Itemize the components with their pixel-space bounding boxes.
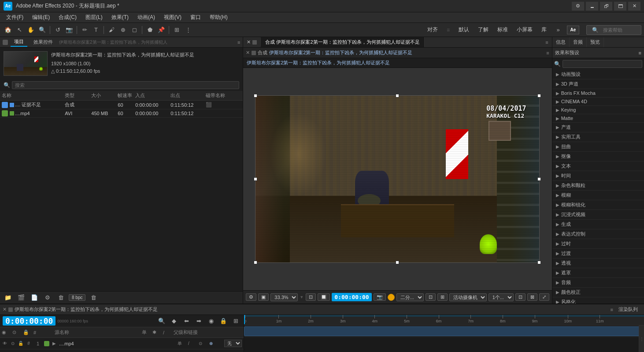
tab-project[interactable]: 项目 [11, 37, 27, 47]
layer-vis-icon[interactable]: 👁 [2, 341, 8, 347]
effect-cat-keying2[interactable]: ▶ 抠像 [552, 152, 644, 161]
effect-cat-anim-presets[interactable]: ▶ 动画预设 [552, 70, 644, 79]
effect-cat-noise[interactable]: ▶ 杂色和颗粒 [552, 181, 644, 191]
count-select[interactable]: 1个... [489, 293, 514, 301]
tab-audio[interactable]: 音频 [570, 37, 587, 47]
effect-cat-distort[interactable]: ▶ 扭曲 [552, 142, 644, 152]
effect-cat-mask[interactable]: ▶ 遮罩 [552, 268, 644, 278]
new-folder-btn[interactable]: 📁 [3, 292, 13, 303]
menu-help[interactable]: 帮助(H) [205, 13, 232, 22]
tl-timecode[interactable]: 0:00:00:00 [3, 316, 56, 326]
effect-cat-blur[interactable]: ▶ 模糊和锐化 [552, 200, 644, 210]
eraser-btn[interactable]: ◻ [129, 25, 140, 35]
preview-thumbnail[interactable] [4, 51, 48, 76]
tl-prev-btn[interactable]: ⬅ [181, 316, 192, 326]
layer-expand-icon[interactable]: ▶ [51, 341, 57, 347]
brush-btn[interactable]: 🖌 [106, 25, 117, 35]
tl-next-btn[interactable]: ➡ [193, 316, 204, 326]
table-row[interactable]: .... 证据不足 合成 60 0:00:00:00 0:11:50:12 ⬛ [0, 101, 243, 109]
tl-menu-icon[interactable]: ≡ [611, 307, 613, 312]
viewer-more-btn[interactable]: ⊡ [515, 293, 526, 301]
menu-edit[interactable]: 编辑(E) [28, 13, 54, 22]
effect-cat-obsolete[interactable]: ▶ 过时 [552, 239, 644, 249]
layer-lock-icon[interactable]: 🔓 [18, 341, 24, 347]
maximize-btn[interactable]: 🗖 [614, 2, 626, 11]
effect-cat-expression[interactable]: ▶ 表达式控制 [552, 229, 644, 239]
ws-learn[interactable]: 了解 [475, 25, 491, 34]
menu-layer[interactable]: 图层(L) [81, 13, 107, 22]
ws-align[interactable]: 对齐 [425, 25, 440, 34]
ws-standard[interactable]: 标准 [495, 25, 511, 34]
effect-cat-matte[interactable]: ▶ Matte [552, 114, 644, 123]
snapshot-btn[interactable]: 📷 [374, 293, 386, 301]
tl-resize-handle[interactable]: ⋮ [639, 326, 644, 352]
extra2-btn[interactable]: ⋮ [183, 25, 193, 35]
effect-cat-boris[interactable]: ▶ Boris FX Mocha [552, 89, 644, 97]
minimize-btn[interactable]: 🗕 [586, 2, 598, 11]
menu-window[interactable]: 窗口 [186, 13, 205, 22]
tl-close-icon[interactable]: ✕ [3, 307, 7, 312]
new-item-btn[interactable]: 📄 [29, 292, 40, 303]
layer-switch[interactable]: / [188, 341, 197, 346]
effect-cat-audio2[interactable]: ▶ 音频 [552, 278, 644, 288]
handle-mr[interactable] [537, 177, 541, 181]
viewer-canvas[interactable]: 08/04/2017 KARAKOL C12 [255, 95, 540, 263]
effect-cat-generate[interactable]: ▶ 生成 [552, 220, 644, 229]
view-mode-select[interactable]: 二分... [396, 293, 424, 301]
tab-effects-ctrl[interactable]: 效果控件 [30, 38, 56, 46]
trash-btn[interactable]: 🗑 [88, 292, 99, 303]
close-icon-comp[interactable]: ✕ [247, 39, 251, 45]
pin-btn[interactable]: 📌 [156, 25, 167, 35]
preview-settings-btn[interactable]: ⚙ [246, 293, 256, 301]
shape-btn[interactable]: ⬟ [144, 25, 155, 35]
tl-expand-btn[interactable]: ⊞ [230, 316, 241, 326]
comp-header-x[interactable]: ✕ [246, 50, 250, 56]
project-search-input[interactable] [12, 81, 239, 89]
delete-btn[interactable]: 🗑 [56, 292, 66, 303]
effect-cat-color[interactable]: ▶ 颜色校正 [552, 288, 644, 297]
tl-keyframe-btn[interactable]: ◆ [169, 316, 179, 326]
handle-tr[interactable] [537, 94, 541, 97]
extra-btn[interactable]: ⊞ [171, 25, 182, 35]
home-btn[interactable]: 🏠 [3, 25, 13, 35]
tl-search-btn[interactable]: 🔍 [156, 316, 167, 326]
layer-shy-icon[interactable]: # [26, 341, 32, 347]
menu-file[interactable]: 文件(F) [2, 13, 28, 22]
camera-btn[interactable]: 📷 [64, 25, 74, 35]
close-btn[interactable]: ✕ [628, 2, 640, 11]
fullscreen-btn[interactable]: ⤢ [539, 293, 549, 301]
comp-viewer-tab[interactable]: 合成 伊斯坦布尔探案2第一期：监控拍下凶杀，为何抓捕犯人却证据不足 [261, 37, 424, 47]
tape-icon[interactable]: ⬛ [206, 102, 212, 107]
viewer-more2-btn[interactable]: ⊠ [527, 293, 537, 301]
effect-cat-3d[interactable]: ▶ 3D 声道 [552, 79, 644, 89]
zoom-select[interactable]: 33.3% [270, 293, 298, 301]
effect-cat-keying[interactable]: ▶ Keying [552, 106, 644, 114]
viewer-toggle-btn[interactable]: ▣ [258, 293, 269, 301]
menu-anim[interactable]: 动画(A) [133, 13, 159, 22]
new-comp-btn[interactable]: 🎬 [16, 292, 26, 303]
tl-clip-1[interactable] [244, 326, 644, 336]
menu-comp[interactable]: 合成(C) [54, 13, 81, 22]
layer-solo-icon[interactable]: ⊙ [10, 341, 16, 347]
layer-name[interactable]: ....mp4 [59, 341, 176, 346]
ws-library[interactable]: 库 [539, 25, 549, 34]
effect-cat-channel[interactable]: ▶ 产道 [552, 123, 644, 132]
comp-header-menu[interactable]: ≡ [546, 50, 549, 56]
handle-tl[interactable] [254, 94, 257, 97]
effects-search-input[interactable] [563, 60, 642, 68]
tl-playhead[interactable] [244, 315, 245, 324]
search-input[interactable] [603, 27, 638, 33]
effect-cat-immersive[interactable]: ▶ 沉浸式视频 [552, 210, 644, 220]
handle-bm[interactable] [396, 261, 399, 264]
settings-btn[interactable]: ⚙ [572, 2, 584, 11]
effect-cat-time[interactable]: ▶ 时间 [552, 171, 644, 181]
viewer-menu-icon[interactable]: ≡ [542, 40, 551, 45]
ws-small[interactable]: 小屏幕 [514, 25, 535, 34]
effect-cat-transition[interactable]: ▶ 过渡 [552, 249, 644, 258]
camera-select[interactable]: 活动摄像机 [449, 293, 487, 301]
tl-layer-row[interactable]: 👁 ⊙ 🔓 # 1 ▶ ....mp4 单 / ⊙ ⊕ 无 [0, 338, 244, 349]
safe-margin-btn[interactable]: ⊞ [437, 293, 448, 301]
effects-menu-icon[interactable]: ≡ [639, 50, 641, 56]
tl-solo-btn[interactable]: ◉ [206, 316, 216, 326]
effect-cat-text[interactable]: ▶ 文本 [552, 161, 644, 171]
